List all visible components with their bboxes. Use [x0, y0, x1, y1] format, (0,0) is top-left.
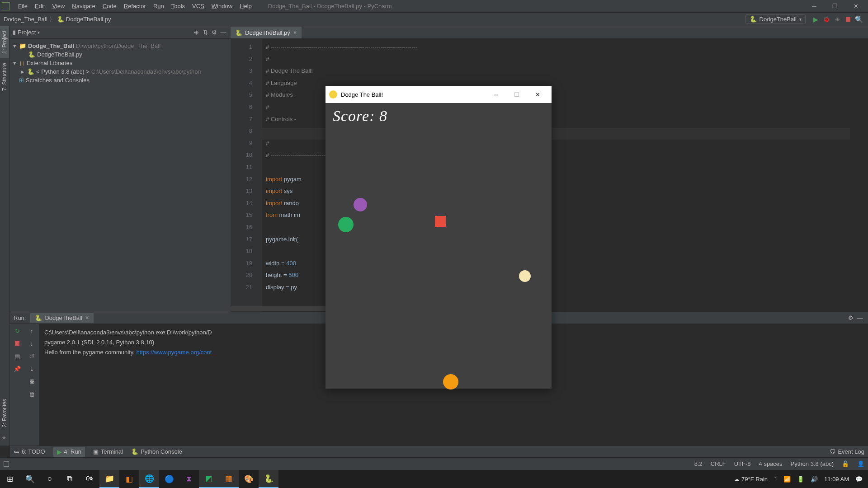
- tab-todo[interactable]: ≔6: TODO: [14, 448, 45, 455]
- inspection-icon[interactable]: 👤: [857, 460, 864, 467]
- app-icon-2[interactable]: 🎨: [239, 470, 259, 488]
- edge-icon[interactable]: 🔵: [159, 470, 179, 488]
- fold-strip[interactable]: [256, 39, 262, 312]
- menu-code[interactable]: Code: [99, 3, 120, 9]
- read-only-icon[interactable]: 🔓: [842, 460, 849, 467]
- up-icon[interactable]: ↑: [28, 327, 36, 335]
- battery-icon[interactable]: 🔋: [797, 476, 804, 483]
- caret-position[interactable]: 8:2: [694, 460, 703, 467]
- editor-gutter[interactable]: 123456789101112131415161718192021: [231, 39, 256, 312]
- windows-taskbar[interactable]: ⊞ 🔍 ○ ⧉ 🛍 📁 ◧ 🌐 🔵 ⧗ ◩ ▦ 🎨 🐍 ☁ 79°F Rain …: [0, 470, 868, 488]
- tree-root[interactable]: ▾ 📁 Dodge_The_Ball D:\work\python\Dodge_…: [12, 42, 229, 50]
- pygame-task-icon[interactable]: 🐍: [259, 470, 278, 488]
- project-tree[interactable]: ▾ 📁 Dodge_The_Ball D:\work\python\Dodge_…: [10, 39, 231, 87]
- settings-icon[interactable]: ⚙: [210, 28, 219, 37]
- pygame-maximize-button[interactable]: ☐: [506, 86, 527, 103]
- pygame-window[interactable]: Dodge The Ball! ─ ☐ ✕ Score: 8: [326, 86, 552, 389]
- settings-icon[interactable]: ⚙: [846, 314, 855, 323]
- run-tab[interactable]: 🐍 DodgeTheBall ✕: [30, 313, 93, 323]
- store-icon[interactable]: 🛍: [80, 470, 99, 488]
- project-panel-title[interactable]: Project: [18, 29, 36, 36]
- pin-icon[interactable]: 📌: [13, 365, 21, 373]
- run-configuration-selector[interactable]: 🐍 DodgeTheBall ▾: [745, 14, 806, 24]
- file-encoding[interactable]: UTF-8: [734, 460, 751, 467]
- start-button[interactable]: ⊞: [0, 470, 20, 488]
- pygame-canvas[interactable]: Score: 8: [326, 103, 552, 389]
- close-icon[interactable]: ✕: [293, 30, 297, 36]
- print-icon[interactable]: 🖶: [28, 377, 36, 385]
- search-button[interactable]: 🔍: [20, 470, 40, 488]
- hide-icon[interactable]: —: [855, 314, 864, 323]
- rerun-button[interactable]: ↻: [13, 327, 21, 335]
- explorer-icon[interactable]: 📁: [99, 470, 119, 488]
- pygame-minimize-button[interactable]: ─: [486, 86, 506, 103]
- clock[interactable]: 11:09 AM: [824, 476, 849, 483]
- menu-help[interactable]: Help: [236, 3, 255, 9]
- window-close-button[interactable]: ✕: [845, 0, 866, 13]
- run-button[interactable]: ▶: [811, 15, 820, 23]
- menu-navigate[interactable]: Navigate: [68, 3, 99, 9]
- window-maximize-button[interactable]: ❐: [825, 0, 845, 13]
- menu-refactor[interactable]: Refactor: [120, 3, 150, 9]
- visual-studio-icon[interactable]: ⧗: [179, 470, 199, 488]
- app-icon[interactable]: ◧: [119, 470, 139, 488]
- stop-button[interactable]: [13, 339, 21, 347]
- task-view-icon[interactable]: ⧉: [60, 470, 80, 488]
- system-tray[interactable]: ☁ 79°F Rain ˄ 📶 🔋 🔊 11:09 AM 💬: [728, 476, 868, 483]
- editor-tab-active[interactable]: 🐍 DodgeTheBall.py ✕: [231, 27, 302, 38]
- pygame-close-button[interactable]: ✕: [527, 86, 548, 103]
- tab-event-log[interactable]: 🗨Event Log: [830, 448, 864, 455]
- soft-wrap-icon[interactable]: ⏎: [28, 352, 36, 360]
- menu-view[interactable]: View: [48, 3, 68, 9]
- hide-icon[interactable]: —: [219, 28, 228, 37]
- tab-python-console[interactable]: 🐍Python Console: [131, 448, 182, 455]
- search-everywhere-button[interactable]: 🔍: [855, 15, 863, 23]
- tree-python-env[interactable]: ▸ 🐍 < Python 3.8 (abc) > C:\Users\Dell\a…: [12, 67, 229, 76]
- tab-terminal[interactable]: ▣Terminal: [93, 448, 123, 455]
- notifications-icon[interactable]: 💬: [855, 476, 863, 483]
- down-icon[interactable]: ↓: [28, 339, 36, 347]
- menu-tools[interactable]: Tools: [168, 3, 189, 9]
- window-minimize-button[interactable]: ─: [804, 0, 825, 13]
- scroll-to-end-icon[interactable]: ⤓: [28, 365, 36, 373]
- tree-file[interactable]: 🐍 DodgeTheBall.py: [12, 50, 229, 59]
- crumb-project[interactable]: Dodge_The_Ball: [4, 16, 47, 23]
- weather-widget[interactable]: ☁ 79°F Rain: [734, 476, 768, 483]
- tools-menu-icon[interactable]: [4, 461, 9, 467]
- tool-tab-project[interactable]: 1: Project: [0, 26, 9, 58]
- chevron-down-icon[interactable]: ▾: [12, 42, 17, 49]
- pycharm-icon[interactable]: ◩: [199, 470, 219, 488]
- volume-icon[interactable]: 🔊: [811, 476, 818, 483]
- cortana-icon[interactable]: ○: [40, 470, 60, 488]
- expand-all-icon[interactable]: ⇅: [201, 28, 210, 37]
- chevron-down-icon[interactable]: ▾: [38, 30, 40, 35]
- menu-edit[interactable]: Edit: [31, 3, 48, 9]
- tray-chevron-icon[interactable]: ˄: [774, 476, 777, 483]
- trash-icon[interactable]: 🗑: [28, 390, 36, 398]
- tool-tab-structure[interactable]: 7: Structure: [0, 58, 9, 95]
- tab-run[interactable]: ▶4: Run: [53, 447, 85, 457]
- line-separator[interactable]: CRLF: [711, 460, 726, 467]
- pygame-title-bar[interactable]: Dodge The Ball! ─ ☐ ✕: [326, 86, 552, 103]
- sublime-icon[interactable]: ▦: [219, 470, 239, 488]
- crumb-file[interactable]: DodgeTheBall.py: [66, 16, 111, 23]
- debug-button[interactable]: 🐞: [822, 15, 830, 23]
- tree-external-libs[interactable]: ▾ ⫼ External Libraries: [12, 59, 229, 67]
- tree-scratches[interactable]: ⊞ Scratches and Consoles: [12, 76, 229, 84]
- interpreter[interactable]: Python 3.8 (abc): [791, 460, 834, 467]
- locate-icon[interactable]: ⊕: [192, 28, 201, 37]
- tool-tab-favorites[interactable]: 2: Favorites: [0, 394, 9, 432]
- chrome-icon[interactable]: 🌐: [139, 470, 159, 488]
- chevron-down-icon[interactable]: ▾: [12, 60, 17, 66]
- stop-button[interactable]: [844, 15, 852, 23]
- run-with-coverage-button[interactable]: ⊕: [833, 15, 841, 23]
- menu-run[interactable]: Run: [150, 3, 168, 9]
- menu-file[interactable]: File: [14, 3, 31, 9]
- indent-setting[interactable]: 4 spaces: [759, 460, 783, 467]
- chevron-right-icon[interactable]: ▸: [20, 68, 25, 75]
- breadcrumb[interactable]: Dodge_The_Ball 〉 🐍 DodgeTheBall.py: [4, 15, 111, 23]
- close-icon[interactable]: ✕: [85, 315, 89, 321]
- menu-vcs[interactable]: VCS: [189, 3, 208, 9]
- menu-window[interactable]: Window: [208, 3, 236, 9]
- wifi-icon[interactable]: 📶: [783, 476, 791, 483]
